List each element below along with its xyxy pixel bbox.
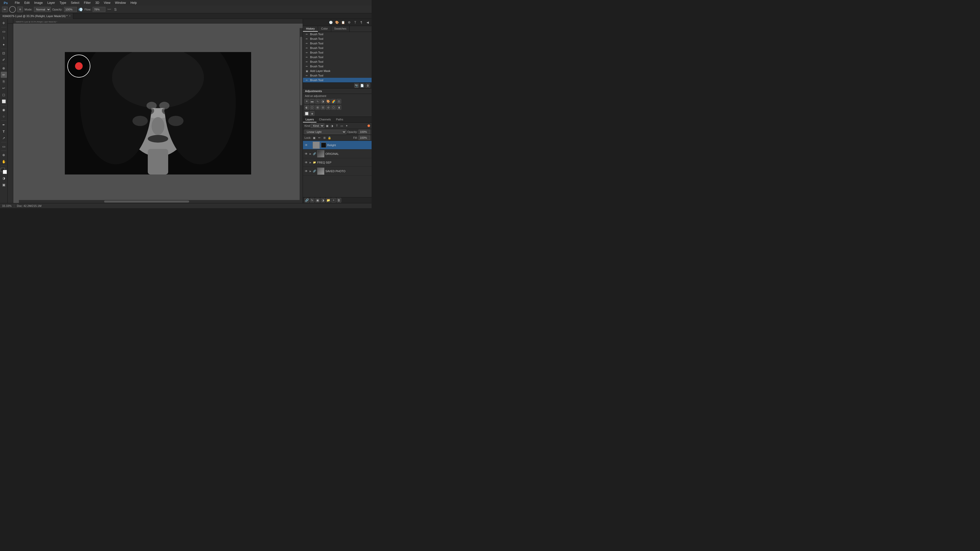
layer-visibility-original[interactable]: 👁 <box>304 152 308 156</box>
exposure-icon[interactable]: ◑ <box>321 99 325 103</box>
history-tab[interactable]: History <box>303 26 318 32</box>
vertical-scroll-thumb[interactable] <box>300 37 302 106</box>
shape-tool[interactable]: ▭ <box>1 143 7 149</box>
history-item-9[interactable]: ✏ Brush Tool <box>303 73 372 78</box>
invert-icon[interactable]: ⊘ <box>326 105 331 110</box>
brush-size-preview[interactable] <box>9 6 16 13</box>
filter-toggle[interactable] <box>368 124 370 127</box>
horizontal-scroll-thumb[interactable] <box>104 200 189 203</box>
menu-edit[interactable]: Edit <box>22 0 32 5</box>
adjustments-panel-icon[interactable]: ⚙ <box>347 20 352 25</box>
selective-color-icon[interactable]: ◈ <box>310 111 314 116</box>
move-tool[interactable]: ✛ <box>1 20 7 26</box>
levels-icon[interactable]: ▬ <box>310 99 314 103</box>
lock-all-icon[interactable]: 🔒 <box>328 136 331 140</box>
vibrance-icon[interactable]: 🎨 <box>326 99 331 103</box>
lock-artboard-icon[interactable]: ⊞ <box>322 136 326 140</box>
delete-history-button[interactable]: 🗑 <box>366 83 370 88</box>
history-panel-icon[interactable]: 🕐 <box>328 20 333 25</box>
threshold-icon[interactable]: ⧫ <box>337 105 341 110</box>
smart-filter-icon[interactable]: ✦ <box>345 124 348 128</box>
opacity-input[interactable] <box>359 130 370 134</box>
channels-tab[interactable]: Channels <box>317 117 333 122</box>
color-lookup-icon[interactable]: ⊟ <box>321 105 325 110</box>
kind-filter-dropdown[interactable]: Kind <box>311 124 325 128</box>
curves-icon[interactable]: ∿ <box>315 99 320 103</box>
spot-heal-tool[interactable]: ⊕ <box>1 65 7 71</box>
color-balance-icon[interactable]: ⚖ <box>337 99 341 103</box>
collapse-panel-icon[interactable]: ◀ <box>365 20 370 25</box>
screen-mode[interactable]: ▣ <box>1 182 7 188</box>
menu-view[interactable]: View <box>102 0 113 5</box>
menu-layer[interactable]: Layer <box>45 0 57 5</box>
hue-sat-icon[interactable]: 🌈 <box>331 99 336 103</box>
menu-file[interactable]: File <box>13 0 22 5</box>
menu-type[interactable]: Type <box>57 0 68 5</box>
gradient-tool[interactable]: ⬜ <box>1 98 7 104</box>
type-panel-icon[interactable]: T <box>353 20 358 25</box>
flow-input[interactable] <box>93 7 105 12</box>
layer-new-button[interactable]: + <box>331 198 336 203</box>
layer-visibility-relight[interactable]: 👁 <box>304 143 308 147</box>
eyedropper-tool[interactable]: ✐ <box>1 57 7 63</box>
dodge-tool[interactable]: ○ <box>1 113 7 119</box>
create-new-snapshot-button[interactable]: 📷 <box>354 83 359 88</box>
crop-tool[interactable]: ⊡ <box>1 50 7 56</box>
airbrush-icon[interactable]: 💨 <box>78 7 83 12</box>
horizontal-scrollbar[interactable] <box>19 200 303 203</box>
layer-expand-saved-photo[interactable]: ▶ <box>309 170 312 172</box>
black-white-icon[interactable]: ◐ <box>304 105 309 110</box>
mode-dropdown[interactable]: Normal <box>34 7 51 12</box>
history-item-2[interactable]: ✏ Brush Tool <box>303 37 372 41</box>
background-color[interactable] <box>3 170 7 174</box>
history-item-5[interactable]: ✏ Brush Tool <box>303 50 372 55</box>
menu-image[interactable]: Image <box>32 0 45 5</box>
smoothing-icon[interactable]: S <box>113 7 118 12</box>
menu-select[interactable]: Select <box>68 0 81 5</box>
zoom-tool[interactable]: ⊕ <box>1 152 7 158</box>
text-tool[interactable]: T <box>1 128 7 135</box>
paragraph-panel-icon[interactable]: ¶ <box>359 20 364 25</box>
brush-preset-button[interactable]: ✏ <box>2 6 8 12</box>
layer-visibility-freq-sep[interactable]: 👁 <box>304 161 308 164</box>
blur-tool[interactable]: ◉ <box>1 106 7 113</box>
photo-filter-icon[interactable]: ⬡ <box>310 105 314 110</box>
shape-filter-icon[interactable]: ▭ <box>340 124 344 128</box>
layer-visibility-saved-photo[interactable]: 👁 <box>304 169 308 173</box>
layer-adjustment-button[interactable]: ◑ <box>321 198 325 203</box>
history-brush-tool[interactable]: ↩ <box>1 85 7 91</box>
main-canvas[interactable] <box>13 24 303 203</box>
document-tab[interactable]: K8A0079-1.psd @ 33.3% (Relight, Layer Ma… <box>0 13 73 19</box>
layer-expand-relight[interactable] <box>309 144 312 146</box>
menu-3d[interactable]: 3D <box>93 0 101 5</box>
layer-expand-freq-sep[interactable]: ▶ <box>309 161 312 164</box>
path-select-tool[interactable]: ↗ <box>1 135 7 141</box>
layer-freq-sep[interactable]: 👁 ▶ 📁 FREQ SEP <box>303 158 372 167</box>
fill-input[interactable] <box>359 135 370 140</box>
blending-mode-dropdown[interactable]: Linear Light <box>304 130 346 134</box>
layers-tab[interactable]: Layers <box>303 117 317 122</box>
swatches-tab[interactable]: Swatches <box>331 26 350 32</box>
layer-relight[interactable]: 👁 Relight <box>303 141 372 149</box>
clone-tool[interactable]: ⎘ <box>1 78 7 84</box>
opacity-input[interactable] <box>64 7 77 12</box>
color-swatches[interactable] <box>1 168 7 174</box>
paths-tab[interactable]: Paths <box>334 117 346 122</box>
layer-delete-button[interactable]: 🗑 <box>337 198 341 203</box>
lock-pixels-icon[interactable]: ▣ <box>312 136 316 140</box>
history-item-3[interactable]: ✏ Brush Tool <box>303 41 372 46</box>
gradient-map-icon[interactable]: ⬜ <box>304 111 309 116</box>
color-panel-icon[interactable]: 🎨 <box>334 20 339 25</box>
history-item-4[interactable]: ✏ Brush Tool <box>303 46 372 50</box>
create-new-document-button[interactable]: 📄 <box>360 83 364 88</box>
brush-tool[interactable]: ✏ <box>1 72 7 78</box>
eraser-tool[interactable]: ◻ <box>1 92 7 98</box>
color-tab[interactable]: Color <box>318 26 331 32</box>
lasso-tool[interactable]: ⌇ <box>1 35 7 41</box>
pen-tool[interactable]: ✒ <box>1 122 7 128</box>
history-item-10[interactable]: ✏ Brush Tool <box>303 78 372 83</box>
marquee-tool[interactable]: ▭ <box>1 28 7 35</box>
layer-link-button[interactable]: 🔗 <box>304 198 309 203</box>
lock-position-icon[interactable]: ✏ <box>317 136 321 140</box>
quick-mask-mode[interactable]: ◑ <box>1 175 7 181</box>
